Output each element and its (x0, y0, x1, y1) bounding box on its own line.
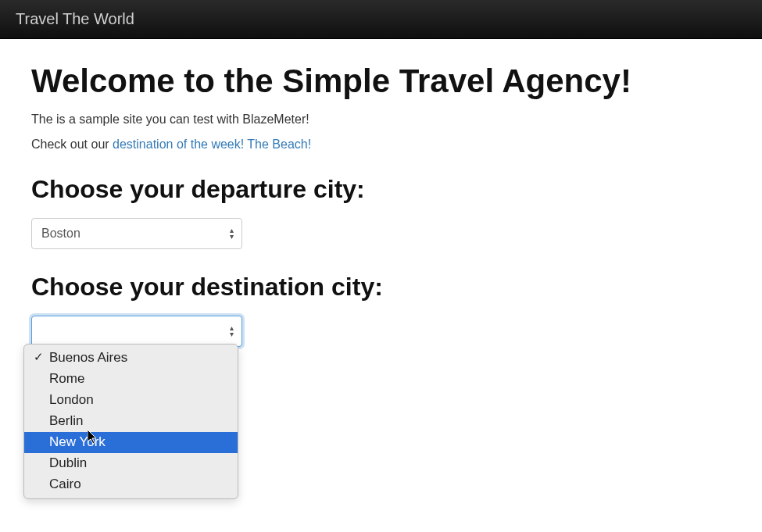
departure-heading: Choose your departure city: (31, 175, 731, 204)
destination-select[interactable]: Buenos Aires (31, 316, 242, 347)
destination-dropdown: Buenos AiresRomeLondonBerlinNew YorkDubl… (23, 344, 238, 499)
select-caret-icon (230, 227, 234, 241)
destination-select-wrap: Buenos Aires Buenos AiresRomeLondonBerli… (31, 316, 242, 347)
link-prefix: Check out our (31, 137, 113, 151)
navbar: Travel The World (0, 0, 762, 39)
dropdown-option[interactable]: Buenos Aires (24, 348, 238, 369)
page-title: Welcome to the Simple Travel Agency! (31, 62, 731, 100)
dropdown-option[interactable]: Dublin (24, 453, 238, 474)
dropdown-option[interactable]: Cairo (24, 474, 238, 495)
destination-week-link[interactable]: destination of the week! The Beach! (113, 137, 311, 151)
dropdown-option[interactable]: New York (24, 432, 238, 453)
dropdown-option[interactable]: Rome (24, 369, 238, 390)
main-container: Welcome to the Simple Travel Agency! The… (0, 39, 762, 386)
lead-text: The is a sample site you can test with B… (31, 112, 731, 127)
departure-selected-value: Boston (41, 227, 80, 241)
departure-select-wrap: Boston (31, 218, 242, 249)
select-caret-icon (230, 324, 234, 338)
destination-week-line: Check out our destination of the week! T… (31, 137, 731, 152)
navbar-brand[interactable]: Travel The World (16, 10, 134, 28)
destination-heading: Choose your destination city: (31, 273, 731, 302)
departure-select[interactable]: Boston (31, 218, 242, 249)
dropdown-option[interactable]: London (24, 390, 238, 411)
dropdown-option[interactable]: Berlin (24, 411, 238, 432)
